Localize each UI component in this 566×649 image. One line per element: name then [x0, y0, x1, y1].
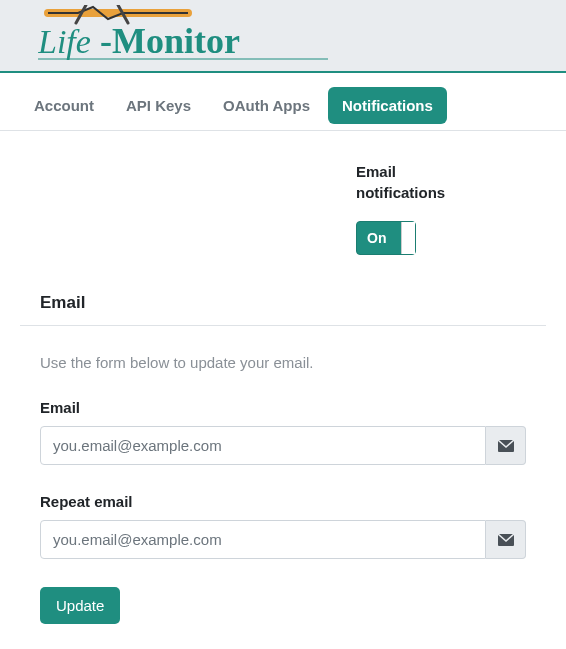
toggle-knob	[401, 222, 415, 254]
email-input-group	[40, 426, 526, 465]
life-monitor-logo-icon: Life -Monitor	[38, 5, 338, 65]
email-field-label: Email	[40, 399, 526, 416]
notifications-content: Email notifications On Email Use the for…	[0, 131, 566, 644]
email-help-text: Use the form below to update your email.	[40, 354, 526, 371]
settings-tabs: Account API Keys OAuth Apps Notification…	[0, 73, 566, 131]
email-notifications-toggle-row: Email notifications On	[20, 161, 546, 255]
repeat-email-input-group	[40, 520, 526, 559]
email-notifications-label: Email notifications	[356, 161, 476, 203]
envelope-icon	[486, 520, 526, 559]
email-form: Use the form below to update your email.…	[20, 354, 546, 624]
email-input[interactable]	[40, 426, 486, 465]
toggle-state-text: On	[367, 230, 386, 246]
repeat-email-field-label: Repeat email	[40, 493, 526, 510]
envelope-icon	[486, 426, 526, 465]
tab-oauth-apps[interactable]: OAuth Apps	[209, 87, 324, 131]
svg-text:-Monitor: -Monitor	[100, 21, 240, 61]
email-notifications-toggle[interactable]: On	[356, 221, 416, 255]
page-header: Life -Monitor	[0, 0, 566, 73]
tab-notifications[interactable]: Notifications	[328, 87, 447, 124]
email-section-title: Email	[20, 293, 546, 326]
repeat-email-input[interactable]	[40, 520, 486, 559]
update-button[interactable]: Update	[40, 587, 120, 624]
tab-api-keys[interactable]: API Keys	[112, 87, 205, 131]
brand-logo: Life -Monitor	[38, 0, 566, 65]
tab-account[interactable]: Account	[20, 87, 108, 131]
svg-text:Life: Life	[38, 23, 91, 60]
